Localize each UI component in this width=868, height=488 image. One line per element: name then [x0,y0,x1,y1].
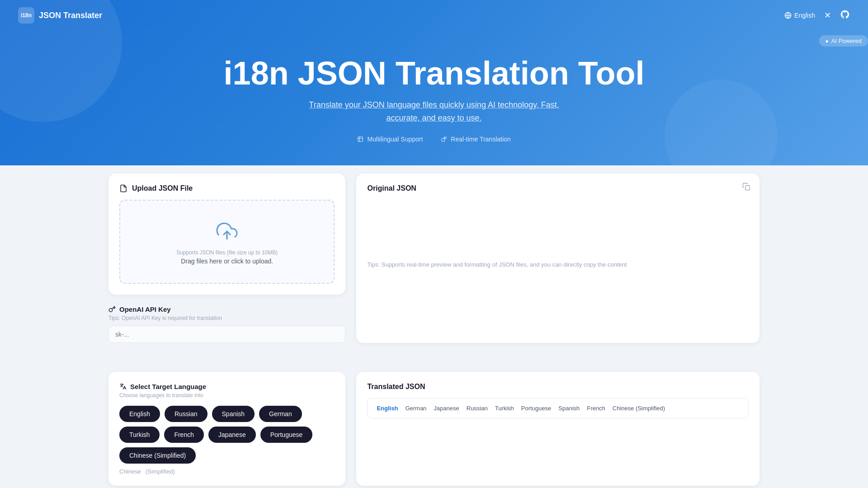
copy-button[interactable] [742,183,750,193]
translated-lang-tabs: EnglishGermanJapaneseRussianTurkishPortu… [367,398,749,418]
language-buttons: EnglishRussianSpanishGermanTurkishFrench… [119,406,335,464]
target-language-card: Select Target Language Choose languages … [108,372,345,486]
ai-badge: ● AI Powered [819,35,868,47]
target-lang-title: Select Target Language [119,383,335,390]
translated-json-card: Translated JSON EnglishGermanJapaneseRus… [356,372,760,486]
lang-btn-chinese-(simplified)[interactable]: Chinese (Simplified) [119,447,196,464]
close-icon[interactable]: ✕ [824,10,831,20]
page-title: i18n JSON Translation Tool [0,56,868,91]
original-json-card: Original JSON Tips: Supports real-time p… [356,174,760,343]
openai-key-section: OpenAI API Key Tips: OpenAI API Key is r… [108,305,345,343]
hero-features: Multilingual Support Real-time Translati… [0,136,868,143]
topbar-right: English ✕ [784,9,850,22]
translated-tab-turkish[interactable]: Turkish [493,404,516,413]
translated-tab-russian[interactable]: Russian [465,404,490,413]
svg-rect-2 [358,137,363,142]
lang-btn-turkish[interactable]: Turkish [119,427,160,443]
translated-tab-portuguese[interactable]: Portuguese [519,404,553,413]
translated-tab-spanish[interactable]: Spanish [557,404,581,413]
original-json-title: Original JSON [367,184,749,192]
translate-icon [119,383,127,390]
translated-tab-german[interactable]: German [403,404,428,413]
lang-btn-french[interactable]: French [164,427,204,443]
openai-title: OpenAI API Key [108,305,345,313]
upload-dropzone[interactable]: Supports JSON files (file size up to 10M… [119,200,335,284]
translated-tab-english[interactable]: English [375,404,400,413]
lang-btn-german[interactable]: German [259,406,302,422]
upload-drag-text: Drag files here or click to upload. [129,258,325,265]
target-lang-subtitle: Choose languages to translate into [119,392,335,399]
lang-btn-english[interactable]: English [119,406,160,422]
logo-icon: i18n [18,7,34,23]
translated-tab-french[interactable]: French [585,404,607,413]
original-json-tips: Tips: Supports real-time preview and for… [367,261,749,268]
feature-multilingual: Multilingual Support [357,136,423,143]
svg-rect-5 [745,186,750,190]
upload-card: Upload JSON File Supports JSON files (fi… [108,174,345,295]
api-key-input[interactable] [108,326,345,343]
hero-subtitle: Translate your JSON language files quick… [0,99,868,125]
upload-hint: Supports JSON files (file size up to 10M… [129,249,325,256]
lang-btn-japanese[interactable]: Japanese [208,427,256,443]
translated-json-title: Translated JSON [367,383,749,391]
lang-btn-spanish[interactable]: Spanish [212,406,255,422]
file-icon [119,184,127,192]
lang-btn-portuguese[interactable]: Portuguese [260,427,313,443]
current-lang-label: English [794,12,815,19]
svg-point-3 [442,138,445,141]
logo-text: JSON Translater [39,11,102,20]
lang-btn-russian[interactable]: Russian [165,406,208,422]
openai-tip: Tips: OpenAI API Key is required for tra… [108,315,345,321]
upload-icon [214,219,240,244]
upload-card-header: Upload JSON File [119,184,335,192]
more-langs: Chinese (Simplified) [119,468,335,475]
language-toggle[interactable]: English [784,12,815,19]
logo: i18n JSON Translater [18,7,102,23]
translated-tab-japanese[interactable]: Japanese [432,404,461,413]
key-icon [108,305,116,313]
feature-realtime: Real-time Translation [441,136,510,143]
upload-title: Upload JSON File [132,184,193,192]
github-icon[interactable] [840,9,850,22]
translated-tab-chinese-(simplified)[interactable]: Chinese (Simplified) [611,404,667,413]
